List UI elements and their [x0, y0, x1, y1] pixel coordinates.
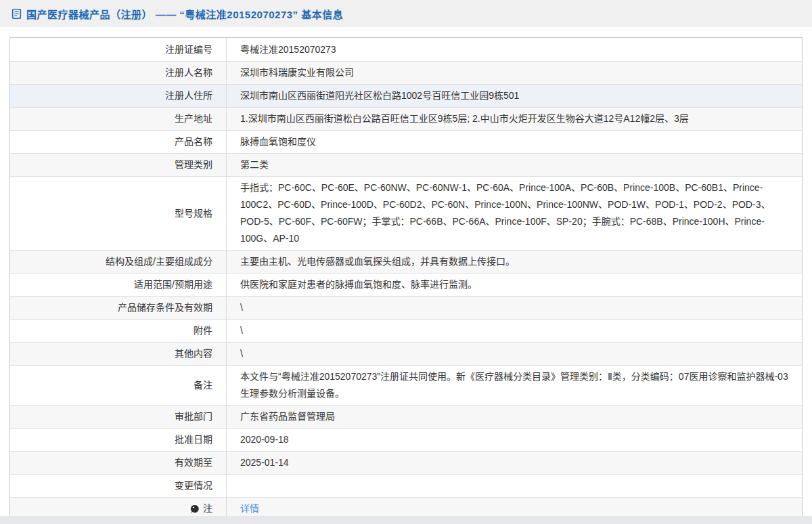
row-value: 主要由主机、光电传感器或血氧探头组成，并具有数据上传接口。: [227, 250, 802, 273]
row-value: 2025-01-14: [227, 452, 802, 474]
row-label: 产品名称: [10, 131, 227, 153]
row-label-text: 注: [203, 500, 212, 517]
row-value: 1.深圳市南山区西丽街道松白公路百旺信工业区9栋5层; 2.中山市火炬开发区生物…: [227, 108, 802, 130]
row-value-text: 2020-09-18: [240, 431, 289, 448]
row-label-text: 注册人名称: [165, 64, 212, 81]
row-value-text: \: [240, 299, 243, 316]
row-value: 深圳市南山区西丽街道阳光社区松白路1002号百旺信工业园9栋501: [227, 85, 802, 107]
row-value: 本文件与“粤械注准20152070273”注册证共同使用。新《医疗器械分类目录》…: [227, 366, 802, 405]
row-value-text: 供医院和家庭对患者的脉搏血氧饱和度、脉率进行监测。: [240, 276, 477, 293]
row-label: 备注: [10, 366, 227, 405]
row-value: 供医院和家庭对患者的脉搏血氧饱和度、脉率进行监测。: [227, 274, 802, 296]
page-title: 国产医疗器械产品（注册） —— “粤械注准20152070273” 基本信息: [26, 7, 343, 21]
table-row: 注册人住所深圳市南山区西丽街道阳光社区松白路1002号百旺信工业园9栋501: [10, 84, 802, 107]
row-label: 注册人名称: [10, 62, 227, 84]
table-row: 变更情况: [10, 474, 802, 497]
row-label-text: 管理类别: [175, 156, 212, 173]
row-label-text: 结构及组成/主要组成成分: [106, 253, 212, 270]
row-value: 2020-09-18: [227, 429, 802, 451]
row-value-text: 手指式：PC-60C、PC-60E、PC-60NW、PC-60NW-1、PC-6…: [240, 179, 790, 247]
table-row: 适用范围/预期用途供医院和家庭对患者的脉搏血氧饱和度、脉率进行监测。: [10, 273, 802, 296]
table-row: 结构及组成/主要组成成分主要由主机、光电传感器或血氧探头组成，并具有数据上传接口…: [10, 250, 802, 273]
row-label-text: 批准日期: [175, 431, 212, 448]
row-value-text: 第二类: [240, 156, 269, 173]
table-row: 注册人名称深圳市科瑞康实业有限公司: [10, 61, 802, 84]
row-value: 深圳市科瑞康实业有限公司: [227, 62, 802, 84]
row-value: 手指式：PC-60C、PC-60E、PC-60NW、PC-60NW-1、PC-6…: [227, 177, 802, 250]
row-label: 有效期至: [10, 452, 227, 474]
row-label: 产品储存条件及有效期: [10, 297, 227, 319]
row-label-text: 型号规格: [175, 205, 212, 222]
row-label: 附件: [10, 320, 227, 342]
row-label-text: 其他内容: [175, 345, 212, 362]
row-value-text: \: [240, 345, 243, 362]
row-label-text: 适用范围/预期用途: [134, 276, 212, 293]
row-value: 第二类: [227, 154, 802, 176]
info-table: 注册证编号粤械注准20152070273注册人名称深圳市科瑞康实业有限公司注册人…: [9, 37, 803, 521]
table-row: 产品名称脉搏血氧饱和度仪: [10, 130, 802, 153]
row-value-text: 脉搏血氧饱和度仪: [240, 133, 316, 150]
table-row: 型号规格手指式：PC-60C、PC-60E、PC-60NW、PC-60NW-1、…: [10, 176, 802, 250]
row-label: 型号规格: [10, 177, 227, 250]
row-value: \: [227, 320, 802, 342]
row-label: 结构及组成/主要组成成分: [10, 250, 227, 273]
row-label-text: 备注: [194, 377, 212, 394]
row-label-text: 附件: [194, 322, 212, 339]
row-label: 审批部门: [10, 406, 227, 428]
page-footer-band: [0, 516, 812, 524]
table-row: 其他内容\: [10, 342, 802, 365]
row-label-text: 有效期至: [175, 454, 212, 471]
table-row: 生产地址1.深圳市南山区西丽街道松白公路百旺信工业区9栋5层; 2.中山市火炬开…: [10, 107, 802, 130]
row-label-text: 产品名称: [175, 133, 212, 150]
row-label: 管理类别: [10, 154, 227, 176]
row-label-text: 注册证编号: [165, 41, 212, 58]
row-value-text: 2025-01-14: [240, 454, 289, 471]
document-icon: [12, 8, 22, 20]
table-row: 注册证编号粤械注准20152070273: [10, 38, 802, 61]
row-value: 脉搏血氧饱和度仪: [227, 131, 802, 153]
row-value: 广东省药品监督管理局: [227, 406, 802, 428]
row-value-text: 深圳市南山区西丽街道阳光社区松白路1002号百旺信工业园9栋501: [240, 87, 519, 104]
row-label-text: 注册人住所: [165, 87, 212, 104]
row-value: [227, 475, 802, 497]
row-value: \: [227, 343, 802, 365]
row-value-text: \: [240, 322, 243, 339]
table-row: 附件\: [10, 319, 802, 342]
row-value: \: [227, 297, 802, 319]
page-header: 国产医疗器械产品（注册） —— “粤械注准20152070273” 基本信息: [0, 0, 812, 27]
table-row: 审批部门广东省药品监督管理局: [10, 405, 802, 428]
row-value-text: 深圳市科瑞康实业有限公司: [240, 64, 354, 81]
row-value-text: 主要由主机、光电传感器或血氧探头组成，并具有数据上传接口。: [240, 253, 515, 270]
row-label: 适用范围/预期用途: [10, 274, 227, 296]
row-value-text: 1.深圳市南山区西丽街道松白公路百旺信工业区9栋5层; 2.中山市火炬开发区生物…: [240, 110, 689, 127]
table-row: 批准日期2020-09-18: [10, 428, 802, 451]
row-value-text: 粤械注准20152070273: [240, 41, 336, 58]
row-value-text: 广东省药品监督管理局: [240, 408, 335, 425]
detail-link[interactable]: 详情: [240, 500, 259, 517]
row-label: 变更情况: [10, 475, 227, 497]
row-value: 粤械注准20152070273: [227, 38, 802, 61]
table-row: 产品储存条件及有效期\: [10, 296, 802, 319]
table-row: 备注本文件与“粤械注准20152070273”注册证共同使用。新《医疗器械分类目…: [10, 365, 802, 405]
row-label: 其他内容: [10, 343, 227, 365]
row-label-text: 变更情况: [175, 477, 212, 494]
row-label: 注册证编号: [10, 38, 227, 61]
row-label: 生产地址: [10, 108, 227, 130]
row-label: 批准日期: [10, 429, 227, 451]
row-label-text: 审批部门: [175, 408, 212, 425]
note-icon: [190, 504, 200, 515]
row-value-text: 本文件与“粤械注准20152070273”注册证共同使用。新《医疗器械分类目录》…: [240, 368, 790, 402]
row-label-text: 产品储存条件及有效期: [118, 299, 212, 316]
row-label-text: 生产地址: [175, 110, 212, 127]
table-row: 管理类别第二类: [10, 153, 802, 176]
row-label: 注册人住所: [10, 85, 227, 107]
table-row: 有效期至2025-01-14: [10, 451, 802, 474]
